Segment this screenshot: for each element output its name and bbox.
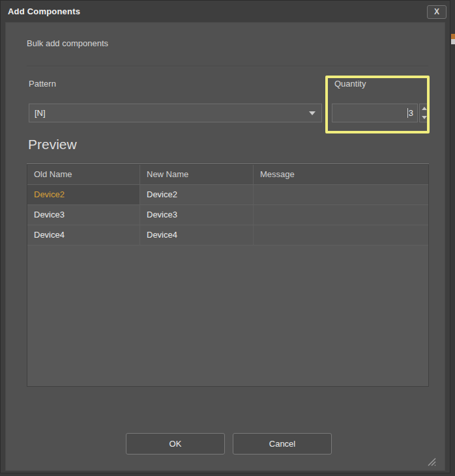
table-row[interactable]: Device3 Device3 <box>27 205 428 225</box>
preview-heading: Preview <box>28 137 77 152</box>
ok-button[interactable]: OK <box>126 433 225 455</box>
table-empty-area[interactable] <box>27 245 428 386</box>
table-row[interactable]: Device2 Device2 <box>27 185 428 205</box>
pattern-dropdown[interactable]: [N] <box>29 104 322 122</box>
chevron-down-icon <box>422 116 427 119</box>
pattern-label: Pattern <box>29 79 56 89</box>
close-button[interactable]: X <box>427 5 447 19</box>
quantity-label: Quantity <box>334 79 366 89</box>
table-row[interactable]: Device4 Device4 <box>27 225 428 245</box>
content-panel: Bulk add components Pattern [N] Quantity… <box>5 22 445 471</box>
background-app-fragment <box>451 39 455 44</box>
text-cursor <box>407 108 408 118</box>
cell-old-name[interactable]: Device3 <box>27 205 140 225</box>
quantity-spinner <box>419 104 430 122</box>
group-divider <box>27 66 428 67</box>
column-header-old-name[interactable]: Old Name <box>27 165 140 185</box>
window-title: Add Components <box>8 1 80 22</box>
table-header-row: Old Name New Name Message <box>27 165 428 185</box>
cell-new-name[interactable]: Device4 <box>140 225 254 245</box>
close-icon: X <box>434 7 439 16</box>
resize-grip-icon[interactable] <box>425 455 437 467</box>
pattern-dropdown-value: [N] <box>35 108 46 118</box>
quantity-input[interactable]: 3 <box>332 104 418 122</box>
cell-message[interactable] <box>254 205 428 225</box>
background-app-fragment <box>451 34 455 39</box>
cell-new-name[interactable]: Device3 <box>140 205 254 225</box>
add-components-dialog: Add Components X Bulk add components Pat… <box>0 0 450 473</box>
cell-new-name[interactable]: Device2 <box>140 185 254 205</box>
cell-old-name[interactable]: Device4 <box>27 225 140 245</box>
quantity-value: 3 <box>409 108 413 118</box>
preview-table: Old Name New Name Message Device2 Device… <box>27 164 429 387</box>
column-header-new-name[interactable]: New Name <box>140 165 254 185</box>
cell-message[interactable] <box>254 225 428 245</box>
column-header-message[interactable]: Message <box>254 165 428 185</box>
group-box-label: Bulk add components <box>27 38 108 48</box>
cell-message[interactable] <box>254 185 428 205</box>
chevron-up-icon <box>422 107 427 110</box>
spinner-up-button[interactable] <box>420 104 429 113</box>
spinner-down-button[interactable] <box>420 113 429 122</box>
cell-old-name-selected[interactable]: Device2 <box>27 185 140 205</box>
title-bar[interactable]: Add Components X <box>1 1 450 22</box>
cancel-button[interactable]: Cancel <box>233 433 332 455</box>
chevron-down-icon <box>309 111 316 115</box>
